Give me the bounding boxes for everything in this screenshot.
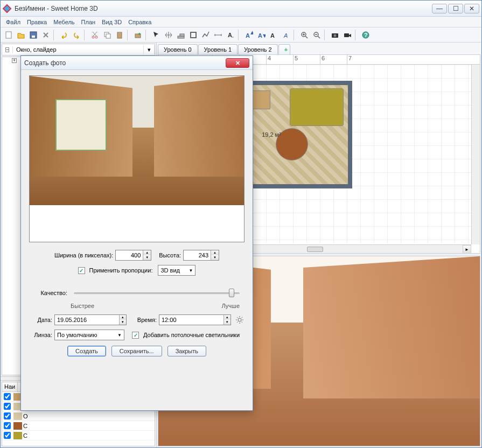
sun-icon[interactable] — [235, 316, 244, 324]
time-label: Время: — [133, 317, 157, 323]
spin-down-icon[interactable]: ▼ — [143, 255, 151, 260]
dialog-close-button[interactable]: ✕ — [226, 58, 249, 68]
pan-icon[interactable] — [163, 29, 174, 41]
save-button[interactable]: Сохранить... — [111, 346, 162, 356]
svg-point-25 — [334, 34, 337, 37]
help-icon[interactable]: ? — [360, 29, 372, 41]
create-button[interactable]: Создать — [67, 346, 106, 356]
menu-help[interactable]: Справка — [125, 18, 155, 26]
catalog-item-label: Окно, слайдер — [16, 46, 57, 53]
dropdown-icon[interactable]: ▾ — [144, 45, 155, 54]
list-item[interactable]: С — [2, 421, 155, 431]
menu-view3d[interactable]: Вид 3D — [99, 18, 125, 26]
catalog-header: − Окно, слайдер ▾ — [2, 44, 155, 55]
zoom-out-icon[interactable] — [311, 29, 323, 41]
svg-point-5 — [92, 36, 94, 38]
svg-rect-13 — [180, 34, 184, 36]
app-icon — [3, 4, 11, 13]
select-icon[interactable] — [150, 29, 162, 41]
maximize-button[interactable]: ☐ — [448, 4, 463, 13]
svg-text:▼: ▼ — [262, 32, 266, 39]
tab-level0[interactable]: Уровень 0 — [158, 44, 198, 54]
svg-text:▲: ▲ — [249, 31, 253, 36]
window-title: БезИмени - Sweet Home 3D — [15, 5, 432, 12]
svg-rect-4 — [32, 36, 35, 38]
scroll-right-icon[interactable]: ► — [463, 245, 471, 254]
video-icon[interactable] — [341, 29, 353, 41]
svg-rect-8 — [106, 34, 110, 38]
preferences-icon[interactable] — [40, 29, 52, 41]
add-furniture-icon[interactable] — [132, 29, 144, 41]
view-combo[interactable]: 3D вид▼ — [158, 265, 195, 276]
spin-down-icon[interactable]: ▼ — [119, 320, 126, 325]
svg-rect-26 — [344, 33, 349, 37]
increase-text-icon[interactable]: A▲ — [243, 29, 255, 41]
close-button[interactable]: Закрыть — [167, 346, 206, 356]
photo-preview — [29, 75, 245, 242]
create-text-icon[interactable]: A — [225, 29, 236, 41]
menu-furniture[interactable]: Мебель — [50, 18, 78, 26]
bold-icon[interactable]: A — [268, 29, 280, 41]
room-area-label: 19,2 м² — [262, 131, 281, 138]
italic-icon[interactable]: A — [280, 29, 292, 41]
date-label: Дата: — [30, 317, 52, 323]
zoom-in-icon[interactable] — [298, 29, 310, 41]
quality-fast-label: Быстрее — [71, 303, 94, 309]
create-dimension-icon[interactable] — [212, 29, 224, 41]
ceiling-lights-checkbox[interactable] — [132, 332, 139, 339]
chevron-down-icon: ▼ — [189, 268, 193, 273]
close-button[interactable]: ✕ — [464, 4, 479, 13]
new-icon[interactable] — [3, 29, 15, 41]
spin-up-icon[interactable]: ▲ — [143, 250, 151, 255]
spin-up-icon[interactable]: ▲ — [119, 315, 126, 320]
decrease-text-icon[interactable]: A▼ — [255, 29, 267, 41]
cut-icon[interactable] — [89, 29, 101, 41]
width-input[interactable]: ▲▼ — [115, 250, 151, 261]
ceiling-lights-label: Добавить потолочные светильники — [143, 332, 240, 338]
tabbar: Уровень 0 Уровень 1 Уровень 2 + — [157, 43, 481, 54]
height-input[interactable]: ▲▼ — [183, 250, 219, 261]
create-room-icon[interactable] — [187, 29, 199, 41]
lens-label: Линза: — [30, 332, 52, 338]
lens-combo[interactable]: По умолчанию▼ — [54, 330, 124, 340]
list-item[interactable]: С — [2, 431, 155, 440]
width-label: Ширина (в пикселах): — [54, 252, 113, 258]
quality-slider[interactable] — [74, 288, 240, 298]
svg-text:A: A — [228, 32, 232, 38]
furniture-sofa[interactable] — [290, 88, 344, 126]
furniture-header-name[interactable]: Наи — [2, 382, 18, 391]
spin-down-icon[interactable]: ▼ — [211, 255, 219, 260]
paste-icon[interactable] — [114, 29, 125, 41]
list-item[interactable]: О — [2, 411, 155, 421]
spin-up-icon[interactable]: ▲ — [211, 250, 219, 255]
titlebar: БезИмени - Sweet Home 3D — ☐ ✕ — [1, 1, 481, 17]
menu-file[interactable]: Файл — [3, 18, 24, 26]
spin-up-icon[interactable]: ▲ — [223, 315, 230, 320]
menu-plan[interactable]: План — [78, 18, 99, 26]
create-polyline-icon[interactable] — [200, 29, 212, 41]
svg-text:A: A — [283, 32, 288, 39]
copy-icon[interactable] — [101, 29, 113, 41]
tab-level1[interactable]: Уровень 1 — [198, 44, 238, 54]
svg-rect-12 — [178, 36, 184, 38]
time-input[interactable]: ▲▼ — [159, 314, 231, 325]
tab-add[interactable]: + — [278, 44, 290, 54]
minimize-button[interactable]: — — [432, 4, 447, 13]
photo-icon[interactable] — [329, 29, 341, 41]
quality-label: Качество: — [30, 290, 67, 296]
spin-down-icon[interactable]: ▼ — [223, 320, 230, 325]
menu-edit[interactable]: Правка — [24, 18, 50, 26]
date-input[interactable]: ▲▼ — [54, 314, 127, 325]
redo-icon[interactable] — [71, 29, 82, 41]
collapse-icon[interactable]: − — [5, 47, 9, 52]
tab-level2[interactable]: Уровень 2 — [238, 44, 278, 54]
scrollbar-vertical[interactable] — [471, 65, 480, 244]
undo-icon[interactable] — [58, 29, 70, 41]
chevron-down-icon: ▼ — [117, 333, 122, 338]
create-walls-icon[interactable] — [175, 29, 187, 41]
open-icon[interactable] — [15, 29, 27, 41]
svg-rect-14 — [191, 32, 196, 38]
save-icon[interactable] — [27, 29, 39, 41]
proportions-checkbox[interactable] — [78, 267, 85, 274]
svg-rect-2 — [6, 32, 11, 38]
